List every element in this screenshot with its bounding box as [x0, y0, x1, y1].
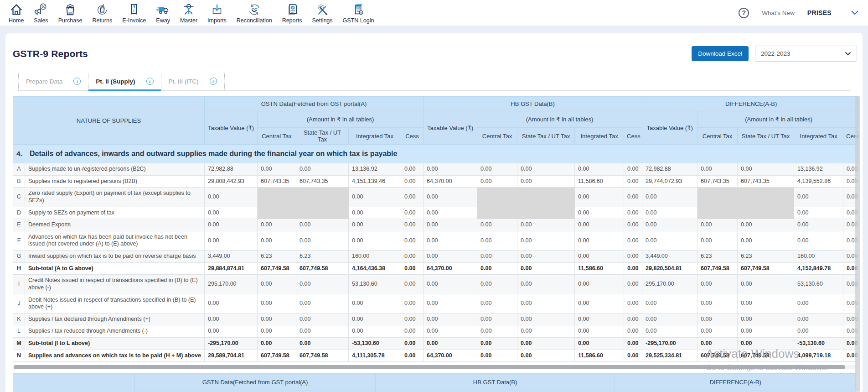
nav-item-eway[interactable]: Eway — [151, 0, 175, 25]
info-icon[interactable]: i — [210, 78, 217, 85]
table-row-L: LSupplies / tax reduced through Amendmen… — [13, 325, 859, 338]
value-cell: 0.00 — [575, 275, 624, 294]
horizontal-scrollbar-thumb[interactable] — [14, 365, 845, 369]
nav-label: Imports — [207, 17, 227, 24]
row-letter: I — [13, 275, 25, 294]
nav-item-e-invoice[interactable]: ₹ E-Invoice — [117, 0, 151, 25]
integrated-tax-header: Integrated Tax — [575, 128, 624, 145]
nav-item-master[interactable]: Master — [175, 0, 202, 25]
value-cell: 11,586.60 — [575, 262, 624, 275]
nav-item-imports[interactable]: Imports — [202, 0, 232, 25]
download-excel-button[interactable]: Download Excel — [692, 46, 749, 61]
value-cell: 0.00 — [401, 338, 424, 350]
value-cell: 0.00 — [575, 313, 624, 325]
value-cell: 0.00 — [738, 275, 794, 294]
value-cell: 0.00 — [205, 219, 258, 231]
value-cell: 0.00 — [401, 188, 424, 207]
reconciliation-icon — [248, 2, 261, 17]
nav-label: Purchase — [58, 17, 83, 24]
value-cell: 607,743.35 — [296, 175, 349, 188]
value-cell: 11,586.60 — [575, 350, 624, 362]
tab-label: Pt. III (ITC) — [169, 78, 199, 85]
value-cell: 0.00 — [624, 294, 642, 313]
value-cell: 4,111,305.78 — [349, 350, 401, 362]
value-cell: 607,743.35 — [738, 175, 794, 188]
value-cell: 53,130.60 — [794, 275, 843, 294]
central-tax-header: Central Tax — [258, 128, 296, 145]
value-cell: 0.00 — [401, 275, 424, 294]
value-cell: 0.00 — [258, 219, 296, 231]
table-row-D: DSupply to SEZs on payment of tax0.000.0… — [13, 207, 859, 219]
value-cell: 0.00 — [794, 188, 843, 207]
value-cell: 0.00 — [296, 294, 349, 313]
value-cell: 0.00 — [258, 275, 296, 294]
value-cell: 0.00 — [698, 163, 738, 176]
whats-new-link[interactable]: What's New — [762, 10, 795, 16]
value-cell: 0.00 — [575, 231, 624, 250]
table-row-M: MSub-total (I to L above)-295,170.000.00… — [13, 338, 859, 350]
home-icon — [10, 2, 23, 17]
value-cell: 0.00 — [258, 163, 296, 176]
nav-item-returns[interactable]: Returns — [87, 0, 117, 25]
row-label: Zero rated supply (Export) on payment of… — [25, 188, 205, 207]
vertical-scrollbar[interactable] — [855, 96, 860, 392]
nav-item-reports[interactable]: Reports — [277, 0, 307, 25]
value-cell: 0.00 — [575, 163, 624, 176]
info-icon[interactable]: i — [146, 78, 154, 85]
tab-pt-iii-itc[interactable]: Pt. III (ITC) i — [161, 73, 225, 90]
taxable-value-header: Taxable Value (₹) — [642, 111, 698, 145]
user-name[interactable]: PRISES — [807, 9, 832, 16]
value-cell: 6.23 — [698, 251, 738, 263]
value-cell: 6.23 — [258, 251, 296, 263]
value-cell: 0.00 — [698, 338, 738, 350]
supply-table-container: NATURE OF SUPPLIES GSTN Data(Fetched fro… — [13, 96, 859, 362]
tab-label: Prepare Data — [26, 78, 62, 85]
nav-item-reconciliation[interactable]: Reconciliation — [232, 0, 277, 25]
value-cell: 0.00 — [349, 231, 401, 250]
row-label: Supplies made to registered persons (B2B… — [25, 175, 205, 188]
horizontal-scrollbar[interactable] — [13, 365, 859, 369]
tab-pt-ii-supply[interactable]: Pt. II (Supply) i — [88, 73, 161, 90]
value-cell: 0.00 — [296, 338, 349, 350]
group-header-gstn-data: GSTN Data(Fetched from GST portal(A) — [205, 97, 424, 111]
value-cell: 0.00 — [624, 219, 642, 231]
value-cell: 0.00 — [477, 325, 517, 338]
nav-item-home[interactable]: Home — [4, 0, 29, 25]
row-letter: F — [13, 231, 25, 250]
nav-item-sales[interactable]: Sales — [29, 0, 53, 25]
value-cell: 0.00 — [477, 313, 517, 325]
value-cell: 0.00 — [424, 251, 477, 263]
help-icon[interactable]: ? — [739, 8, 749, 18]
value-cell: 0.00 — [794, 294, 843, 313]
value-cell: 0.00 — [624, 262, 642, 275]
value-cell: 0.00 — [258, 325, 296, 338]
value-cell: 0.00 — [517, 325, 575, 338]
row-letter: L — [13, 325, 25, 338]
value-cell: 0.00 — [698, 325, 738, 338]
value-cell: 0.00 — [624, 207, 642, 219]
value-cell: 0.00 — [349, 313, 401, 325]
value-cell: 64,370.00 — [424, 262, 477, 275]
value-cell: 13,136.92 — [349, 163, 401, 176]
value-cell: 29,884,874.81 — [205, 262, 258, 275]
chevron-down-icon[interactable] — [851, 10, 859, 16]
row-label: Supplies / tax declared through Amendmen… — [25, 313, 205, 325]
value-cell: 64,370.00 — [424, 175, 477, 188]
second-table-container: NATURE OF SUPPLIES GSTN Data(Fetched fro… — [13, 373, 859, 392]
row-letter: M — [13, 338, 25, 350]
nav-item-purchase[interactable]: Purchase — [53, 0, 88, 25]
row-letter: C — [13, 188, 25, 207]
financial-year-select[interactable]: 2022-2023 — [755, 46, 857, 62]
value-cell: 295,170.00 — [642, 275, 698, 294]
header-actions: Download Excel 2022-2023 — [692, 46, 857, 62]
tab-prepare-data[interactable]: Prepare Data i — [18, 73, 88, 90]
disabled-cell — [738, 188, 794, 207]
value-cell: 0.00 — [205, 207, 258, 219]
value-cell: 0.00 — [205, 231, 258, 250]
info-icon[interactable]: i — [73, 78, 81, 85]
nav-item-settings[interactable]: Settings — [307, 0, 337, 25]
nav-item-gstn-login[interactable]: GST% GSTN Login — [338, 0, 379, 25]
value-cell: 0.00 — [517, 231, 575, 250]
value-cell: 0.00 — [517, 262, 575, 275]
value-cell: 607,749.58 — [698, 262, 738, 275]
